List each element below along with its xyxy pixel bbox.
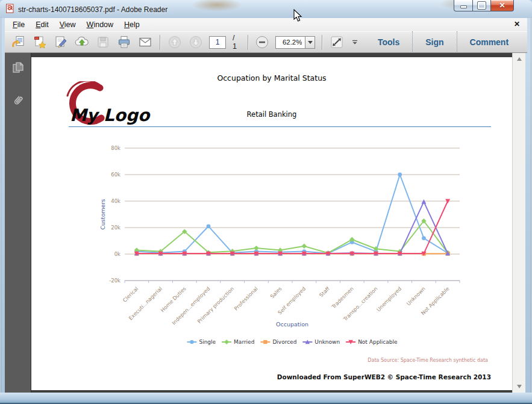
overflow-chevron-icon bbox=[351, 39, 358, 46]
vertical-scrollbar[interactable] bbox=[512, 53, 525, 393]
adobe-reader-window: str-charts-1400718605037.pdf - Adobe Rea… bbox=[0, 0, 532, 404]
svg-text:Unemployed: Unemployed bbox=[375, 285, 402, 312]
svg-text:-20k: -20k bbox=[109, 278, 120, 284]
header-rule bbox=[69, 126, 491, 127]
svg-text:Tradesmen: Tradesmen bbox=[330, 285, 355, 310]
svg-text:Sales: Sales bbox=[269, 285, 283, 299]
report-subtitle: Retail Banking bbox=[31, 110, 512, 119]
svg-text:Unknown: Unknown bbox=[405, 285, 427, 306]
close-button[interactable]: ✕ bbox=[490, 0, 514, 11]
navigation-pane bbox=[5, 53, 31, 393]
email-button[interactable] bbox=[137, 34, 153, 51]
pdf-page: Occupation by Marital Status My Logo Ret… bbox=[31, 57, 512, 390]
mouse-cursor bbox=[293, 9, 302, 25]
cloud-upload-button[interactable] bbox=[74, 34, 90, 51]
page-thumbnails-button[interactable] bbox=[11, 61, 25, 78]
minimize-button[interactable] bbox=[454, 0, 473, 11]
menu-bar: File Edit View Window Help ✕ bbox=[5, 18, 527, 31]
menu-item-view[interactable]: View bbox=[54, 19, 81, 31]
cloud-upload-icon bbox=[75, 35, 89, 49]
zoom-dropdown-button[interactable] bbox=[305, 36, 315, 49]
close-icon: ✕ bbox=[499, 2, 505, 9]
chevron-down-icon bbox=[308, 41, 313, 44]
menu-item-file[interactable]: File bbox=[7, 19, 30, 31]
zoom-out-icon bbox=[255, 35, 269, 49]
window-bottom-border bbox=[0, 393, 532, 404]
chart-canvas: -20k0k20k40k60k80kClericalExecuti...nage… bbox=[99, 138, 494, 355]
scroll-down-icon bbox=[517, 385, 522, 388]
svg-text:40k: 40k bbox=[111, 198, 120, 204]
maximize-button[interactable] bbox=[473, 0, 490, 11]
page-total-label: / 1 bbox=[233, 34, 240, 51]
email-icon bbox=[138, 35, 152, 49]
comment-button[interactable]: Comment bbox=[457, 31, 522, 53]
fit-window-icon bbox=[330, 35, 344, 49]
toolbar-overflow-button[interactable] bbox=[350, 34, 359, 51]
close-document-icon[interactable]: ✕ bbox=[514, 20, 520, 28]
create-pdf-icon bbox=[33, 35, 47, 49]
svg-text:Not Applicable: Not Applicable bbox=[358, 339, 398, 345]
next-page-button[interactable] bbox=[188, 34, 204, 51]
menu-item-edit[interactable]: Edit bbox=[30, 19, 54, 31]
tools-button[interactable]: Tools bbox=[365, 31, 412, 53]
scroll-up-icon bbox=[517, 57, 522, 61]
pdf-file-icon bbox=[5, 4, 14, 16]
svg-text:Divorced: Divorced bbox=[272, 339, 296, 345]
svg-text:20k: 20k bbox=[111, 225, 120, 231]
svg-text:0k: 0k bbox=[114, 251, 120, 257]
zoom-level-input[interactable] bbox=[275, 36, 305, 49]
svg-text:Customers: Customers bbox=[99, 199, 106, 229]
previous-page-button[interactable] bbox=[167, 34, 183, 51]
zoom-out-button[interactable] bbox=[254, 34, 270, 51]
page-down-icon bbox=[189, 35, 203, 49]
window-title: str-charts-1400718605037.pdf - Adobe Rea… bbox=[18, 5, 167, 14]
toolbar: / 1 Tools bbox=[5, 31, 527, 53]
page-number-input[interactable] bbox=[209, 36, 226, 49]
toolbar-separator bbox=[322, 35, 322, 50]
open-file-icon bbox=[11, 35, 26, 49]
minimize-icon bbox=[460, 5, 467, 8]
menu-item-window[interactable]: Window bbox=[81, 19, 119, 31]
data-source-note: Data Source: Space-Time Research synthet… bbox=[368, 358, 488, 363]
svg-text:Professional: Professional bbox=[233, 285, 259, 311]
scroll-down-button[interactable] bbox=[513, 382, 525, 391]
page-thumbnails-icon bbox=[11, 61, 25, 75]
sign-panel-button[interactable]: Sign bbox=[412, 31, 456, 53]
menu-item-help[interactable]: Help bbox=[119, 19, 145, 31]
print-icon bbox=[117, 35, 131, 49]
toolbar-separator bbox=[160, 35, 160, 50]
toolbar-separator bbox=[248, 35, 248, 50]
svg-text:Married: Married bbox=[234, 339, 254, 345]
scroll-up-button[interactable] bbox=[513, 54, 525, 64]
print-button[interactable] bbox=[116, 34, 132, 51]
download-footer: Downloaded From SuperWEB2 © Space-Time R… bbox=[277, 373, 491, 381]
logo: My Logo bbox=[52, 81, 163, 129]
svg-text:Occupation: Occupation bbox=[276, 321, 308, 328]
svg-text:60k: 60k bbox=[111, 172, 120, 178]
sign-pen-icon bbox=[54, 35, 68, 49]
svg-text:80k: 80k bbox=[111, 145, 120, 151]
attachments-button[interactable] bbox=[11, 93, 25, 110]
svg-text:Clerical: Clerical bbox=[122, 285, 139, 303]
sign-document-button[interactable] bbox=[53, 34, 69, 51]
svg-text:Staff: Staff bbox=[318, 285, 331, 299]
save-icon bbox=[96, 35, 110, 49]
document-background: Occupation by Marital Status My Logo Ret… bbox=[31, 53, 512, 393]
open-file-button[interactable] bbox=[11, 34, 27, 51]
fit-window-button[interactable] bbox=[329, 34, 345, 51]
create-pdf-button[interactable] bbox=[32, 34, 48, 51]
paperclip-icon bbox=[11, 93, 25, 108]
svg-text:Unknown: Unknown bbox=[315, 339, 340, 345]
save-button[interactable] bbox=[95, 34, 111, 51]
page-up-icon bbox=[167, 35, 182, 49]
title-bar: str-charts-1400718605037.pdf - Adobe Rea… bbox=[0, 0, 532, 18]
maximize-icon bbox=[478, 2, 486, 9]
svg-text:Single: Single bbox=[199, 339, 216, 345]
